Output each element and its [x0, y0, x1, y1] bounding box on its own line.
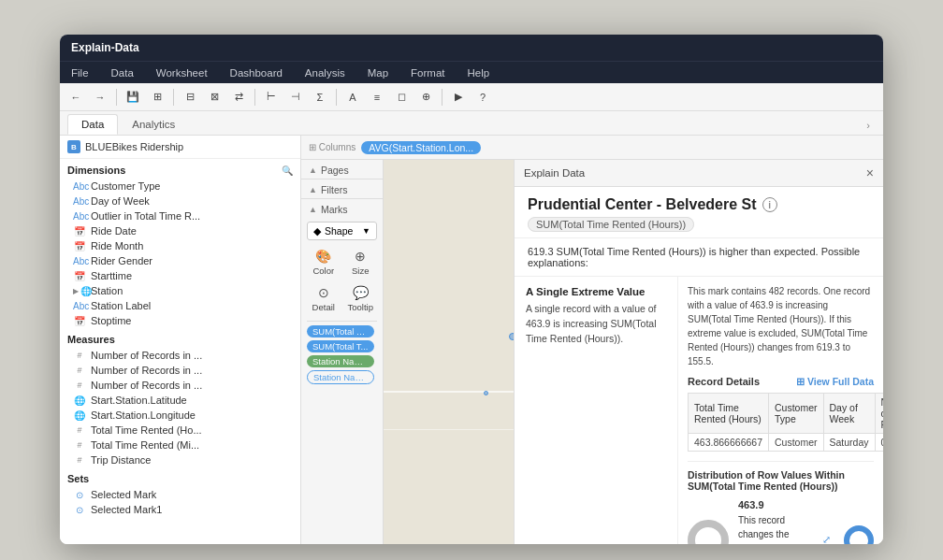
expand-icon: ▶	[73, 287, 79, 295]
swap-btn[interactable]: ⇄	[228, 87, 249, 108]
ds-icon: B	[67, 140, 80, 153]
size-label: Size	[352, 266, 369, 276]
left-panels: ▲ Pages ▲ Filters ▲ Marks	[301, 160, 384, 544]
set-icon: ⊙	[73, 505, 86, 515]
search-dimensions-icon[interactable]: 🔍	[282, 165, 293, 176]
field-total-time-mi[interactable]: # Total Time Rented (Mi...	[60, 438, 300, 452]
marks-tooltip-btn[interactable]: 💬 Tooltip	[344, 282, 378, 315]
map-btn[interactable]: ⊕	[415, 87, 436, 108]
marks-color-btn[interactable]: 🎨 Color	[307, 246, 341, 279]
tooltip-icon: 💬	[353, 285, 369, 300]
filters-header: ▲ Filters	[301, 179, 383, 198]
menu-worksheet[interactable]: Worksheet	[152, 65, 211, 80]
field-selected-mark[interactable]: ⊙ Selected Mark	[60, 487, 300, 502]
pages-chevron: ▲	[309, 165, 317, 175]
marks-shape-btn[interactable]: ◆ Shape ▼	[307, 222, 377, 240]
field-total-time-ho[interactable]: # Total Time Rented (Ho...	[60, 423, 300, 438]
extreme-text: A single record with a value of 463.9 is…	[526, 302, 666, 346]
menu-dashboard[interactable]: Dashboard	[226, 65, 286, 80]
field-station-lat[interactable]: 🌐 Start.Station.Latitude	[60, 393, 300, 408]
columns-pill[interactable]: AVG(Start.Station.Lon...	[361, 141, 481, 154]
back-btn[interactable]: ←	[65, 87, 86, 108]
label-btn[interactable]: A	[342, 87, 363, 108]
fit-btn[interactable]: ◻	[391, 87, 412, 108]
cols-btn[interactable]: ⊟	[180, 87, 200, 108]
filters-chevron: ▲	[309, 185, 317, 194]
datasource-row: B BLUEBikes Ridership	[60, 136, 300, 159]
tab-analytics[interactable]: Analytics	[118, 114, 189, 135]
sort-desc-btn[interactable]: ⊣	[285, 87, 306, 108]
field-num-records-1[interactable]: # Number of Records in ...	[60, 348, 300, 363]
field-name: Station Label	[91, 300, 151, 311]
info-icon[interactable]: i	[762, 197, 777, 212]
columns-label: ⊞ Columns	[309, 142, 355, 152]
dist-title: Distribution of Row Values Within SUM(To…	[688, 469, 874, 492]
field-num-records-2[interactable]: # Number of Records in ...	[60, 363, 300, 378]
field-selected-mark1[interactable]: ⊙ Selected Mark1	[60, 502, 300, 517]
marks-pill-2[interactable]: SUM(Total T...	[307, 340, 374, 352]
help-btn[interactable]: ?	[472, 87, 493, 108]
field-outlier[interactable]: Abc Outlier in Total Time R...	[60, 208, 300, 223]
sets-label: Sets	[67, 473, 89, 484]
color-icon: 🎨	[315, 249, 331, 264]
marks-size-btn[interactable]: ⊕ Size	[344, 246, 378, 279]
field-station[interactable]: ▶ 🌐 Station	[60, 283, 300, 298]
sort-asc-btn[interactable]: ⊢	[261, 87, 282, 108]
sum-btn[interactable]: Σ	[310, 87, 330, 108]
marks-pill-1[interactable]: SUM(Total Ti...	[307, 325, 374, 337]
pages-label: Pages	[321, 165, 349, 176]
menu-file[interactable]: File	[67, 65, 93, 80]
hash-icon: #	[73, 440, 86, 450]
menu-map[interactable]: Map	[364, 65, 392, 80]
menu-analysis[interactable]: Analysis	[301, 65, 349, 80]
tab-collapse[interactable]: ›	[861, 116, 876, 135]
dist-expand-icon[interactable]: ⤢	[822, 534, 831, 544]
view-full-text: View Full Data	[807, 376, 874, 387]
field-name: Stoptime	[91, 315, 131, 326]
abc-icon: Abc	[73, 196, 86, 207]
distribution-section: Distribution of Row Values Within SUM(To…	[688, 461, 874, 544]
marks-pill-4[interactable]: Station Nam...	[307, 370, 374, 384]
field-ride-month[interactable]: 📅 Ride Month	[60, 238, 300, 253]
field-name: Selected Mark	[91, 489, 156, 500]
field-station-lon[interactable]: 🌐 Start.Station.Longitude	[60, 408, 300, 423]
field-station-label[interactable]: Abc Station Label	[60, 298, 300, 313]
tab-data[interactable]: Data	[67, 114, 118, 135]
menu-help[interactable]: Help	[463, 65, 493, 80]
hash-icon: #	[73, 455, 86, 465]
format-btn[interactable]: ≡	[367, 87, 387, 108]
new-ds-btn[interactable]: ⊞	[147, 87, 167, 108]
marks-detail-btn[interactable]: ⊙ Detail	[307, 282, 341, 315]
explain-header-label: Explain Data	[524, 167, 585, 179]
toolbar-sep-3	[254, 89, 255, 106]
toolbar: ← → 💾 ⊞ ⊟ ⊠ ⇄ ⊢ ⊣ Σ A ≡ ◻ ⊕ ▶ ?	[60, 83, 883, 111]
save-btn[interactable]: 💾	[123, 87, 143, 108]
pages-header: ▲ Pages	[301, 160, 383, 179]
field-starttime[interactable]: 📅 Starttime	[60, 268, 300, 283]
field-day-of-week[interactable]: Abc Day of Week	[60, 194, 300, 208]
field-name: Starttime	[91, 270, 132, 281]
measures-section-header: Measures	[60, 328, 300, 348]
field-trip-distance[interactable]: # Trip Distance	[60, 452, 300, 467]
marks-pill-3[interactable]: Station Nam...	[307, 355, 374, 367]
explain-close-btn[interactable]: ×	[866, 165, 874, 180]
field-ride-date[interactable]: 📅 Ride Date	[60, 223, 300, 238]
field-rider-gender[interactable]: Abc Rider Gender	[60, 253, 300, 268]
field-customer-type[interactable]: Abc Customer Type	[60, 179, 300, 194]
present-btn[interactable]: ▶	[448, 87, 469, 108]
shape-label: Shape	[325, 225, 353, 237]
title-bar: Explain-Data	[60, 35, 883, 61]
field-num-records-3[interactable]: # Number of Records in ...	[60, 378, 300, 393]
map-dot-4[interactable]	[484, 391, 488, 395]
forward-btn[interactable]: →	[90, 87, 110, 108]
rows-btn[interactable]: ⊠	[204, 87, 225, 108]
datasource-name[interactable]: BLUEBikes Ridership	[85, 141, 183, 152]
color-label: Color	[312, 266, 334, 276]
menu-data[interactable]: Data	[108, 65, 138, 80]
size-icon: ⊕	[355, 249, 366, 264]
field-stoptime[interactable]: 📅 Stoptime	[60, 313, 300, 328]
col-records: Number of Recor...	[875, 394, 883, 434]
menu-format[interactable]: Format	[407, 65, 448, 80]
field-name: Number of Records in ...	[91, 350, 202, 361]
view-full-link[interactable]: ⊞ View Full Data	[796, 376, 874, 387]
